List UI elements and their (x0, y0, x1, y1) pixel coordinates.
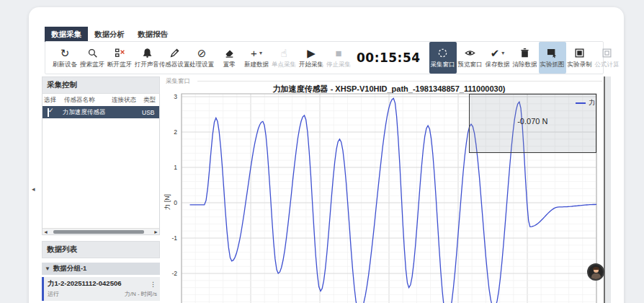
user-avatar-button[interactable] (587, 263, 604, 281)
collection-timer: 00:15:54 (357, 50, 421, 65)
item-menu-icon[interactable]: ⋮ (149, 281, 157, 288)
chevron-down-icon: ▼ (45, 265, 50, 272)
tab-data-analysis[interactable]: 数据分析 (88, 27, 131, 43)
save-data-button[interactable]: ✔▾保存数据 (484, 42, 511, 74)
single-point-button[interactable]: ☝单点采集 (270, 42, 298, 74)
vertical-scrollbar[interactable] (604, 76, 611, 303)
column-header: 选择 (43, 96, 63, 105)
search-bluetooth-button[interactable]: 搜索蓝牙 (79, 42, 106, 74)
process-settings-button[interactable]: ⊘处理设置 (188, 42, 215, 74)
disconnect-bluetooth-button-label: 断开蓝牙 (107, 61, 132, 69)
sensor-name: 力加速度传感器 (63, 108, 110, 117)
chart-panel: 采集窗口 力加速度传感器 - XHSP-V10HID_path_-1981348… (163, 76, 604, 303)
stop-icon: ■ (335, 47, 341, 59)
zero-icon (224, 48, 235, 58)
trash-icon (519, 48, 530, 58)
process-settings-button-label: 处理设置 (189, 61, 214, 69)
exp-capture-button-label: 实验抓图 (540, 61, 565, 69)
y-tick-label: 2 (163, 128, 177, 136)
dropdown-caret-icon[interactable]: ▾ (501, 47, 504, 59)
y-tick-label: 3 (163, 93, 177, 100)
measurement-annotation: -0.070 N (517, 117, 547, 126)
y-tick-label: -2 (163, 270, 177, 277)
data-item-title: 力1-2-20251112-042506 (48, 279, 149, 289)
chart-title: 力加速度传感器 - XHSP-V10HID_path_-1981348857_1… (182, 84, 596, 95)
collect-window-button-label: 采集窗口 (431, 61, 455, 69)
refresh-device-button-label: 刷新设备 (53, 61, 77, 69)
save-data-button-label: 保存数据 (486, 61, 510, 69)
open-sound-button[interactable]: 打开声音 (133, 42, 161, 74)
bell-icon (142, 48, 153, 58)
chart-legend: 力 (576, 98, 595, 107)
y-tick-label: 0 (163, 199, 177, 206)
scroll-right-icon[interactable]: ► (153, 229, 159, 234)
disconnect-bluetooth-button[interactable]: 断开蓝牙 (106, 42, 133, 74)
collect-window-button[interactable]: 采集窗口 (429, 42, 457, 74)
sidebar-collapse-arrow[interactable]: ◂ (32, 185, 35, 193)
hand-icon: ☝ (280, 47, 287, 59)
set-zero-button[interactable]: 置零 (215, 42, 243, 74)
compass-icon: ⊘ (197, 47, 207, 59)
data-group-label: 数据分组-1 (53, 264, 86, 273)
formula-calc-button[interactable]: 公式计算 (594, 42, 621, 74)
capture-icon (547, 48, 558, 58)
stop-collect-button[interactable]: ■停止采集 (325, 42, 352, 74)
sensor-checkbox[interactable] (48, 108, 49, 117)
column-header: 类型 (142, 96, 159, 105)
eye-icon (465, 48, 475, 58)
clear-data-button[interactable]: 清除数据 (511, 42, 539, 74)
start-collect-button[interactable]: ▶开始采集 (298, 42, 325, 74)
sensor-table-header: 选择传感器名称连接状态类型 (43, 94, 159, 106)
start-collect-button-label: 开始采集 (299, 61, 323, 69)
data-group-row[interactable]: ▼ 数据分组-1 (42, 263, 160, 275)
stop-collect-button-label: 停止采集 (326, 61, 351, 69)
data-list-title: 数据列表 (42, 241, 160, 258)
scroll-left-icon[interactable]: ◄ (43, 229, 49, 234)
app-window: 数据采集数据分析数据报告 ↻刷新设备搜索蓝牙断开蓝牙打开声音传感器设置⊘处理设置… (29, 7, 624, 303)
formula-calc-button-label: 公式计算 (595, 61, 620, 69)
column-header: 连接状态 (110, 96, 142, 105)
data-list-panel: 数据列表 ▼ 数据分组-1 力1-2-20251112-042506⋮运行力/N… (42, 241, 160, 301)
dropdown-caret-icon[interactable]: ▾ (259, 47, 262, 59)
formula-icon (601, 48, 612, 58)
tab-data-collect[interactable]: 数据采集 (45, 27, 88, 43)
sensor-row[interactable]: 力加速度传感器USB (43, 106, 159, 118)
legend-label: 力 (589, 98, 595, 107)
clear-data-button-label: 清除数据 (513, 61, 537, 69)
search-icon (87, 48, 98, 58)
play-icon: ▶ (307, 47, 316, 59)
exp-capture-button[interactable]: 实验抓图 (539, 42, 566, 74)
set-zero-button-label: 置零 (223, 61, 236, 69)
sensor-settings-button[interactable]: 传感器设置 (161, 42, 188, 74)
sensor-table-empty-area (43, 118, 159, 228)
exp-record-button-label: 实验录制 (568, 61, 592, 69)
y-tick-label: 1 (163, 164, 177, 171)
legend-line-swatch (576, 102, 586, 104)
sensor-type: USB (142, 109, 159, 116)
sensor-table: 选择传感器名称连接状态类型 力加速度传感器USB ◄ ► (42, 94, 160, 235)
data-item-status: 运行 (48, 290, 59, 298)
column-header: 传感器名称 (63, 96, 110, 105)
bluetooth-off-icon (115, 48, 125, 58)
sensor-icon (169, 48, 180, 58)
scrollbar-thumb[interactable] (53, 230, 145, 234)
refresh-device-button[interactable]: ↻刷新设备 (51, 42, 79, 74)
record-icon (574, 48, 585, 58)
data-item-axes: 力/N - 时间/s (125, 290, 157, 298)
toolbar: ↻刷新设备搜索蓝牙断开蓝牙打开声音传感器设置⊘处理设置置零+▾新建数据☝单点采集… (45, 41, 604, 74)
search-bluetooth-button-label: 搜索蓝牙 (80, 61, 104, 69)
new-data-button-label: 新建数据 (244, 61, 269, 69)
preview-window-button[interactable]: 预览窗口 (457, 42, 484, 74)
check-icon: ✔ (491, 47, 500, 59)
new-data-button[interactable]: +▾新建数据 (243, 42, 270, 74)
exp-record-button[interactable]: 实验录制 (566, 42, 594, 74)
tab-data-report[interactable]: 数据报告 (131, 27, 174, 43)
data-list-item[interactable]: 力1-2-20251112-042506⋮运行力/N - 时间/s (42, 277, 160, 301)
groupbox-border (197, 81, 602, 82)
dashed-circle-icon (437, 48, 448, 58)
horizontal-scrollbar[interactable]: ◄ ► (43, 228, 159, 234)
y-tick-label: -1 (163, 234, 177, 242)
open-sound-button-label: 打开声音 (135, 61, 159, 69)
single-point-button-label: 单点采集 (272, 61, 296, 69)
sensor-settings-button-label: 传感器设置 (159, 61, 190, 69)
